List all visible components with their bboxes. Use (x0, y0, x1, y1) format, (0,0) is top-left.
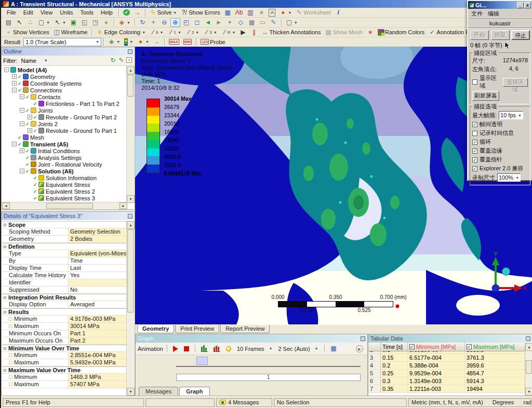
tree-item[interactable]: ✓Equivalent Stress 3 (2, 195, 119, 201)
result-chart-icon[interactable] (200, 344, 209, 353)
capture-option[interactable]: ✓覆盖边缘 (472, 147, 528, 155)
details-row-value[interactable]: Equivalent (von-Mises) Stress (69, 250, 127, 257)
zoom-out-icon[interactable]: ⊖ (159, 18, 169, 27)
edge-option-3-icon[interactable]: ∕3▼ (202, 28, 218, 37)
previous-view-icon[interactable]: ◄ (203, 18, 213, 27)
play-preview-icon[interactable]: ▶ (354, 344, 365, 353)
checkbox-checked[interactable]: ✓ (472, 148, 477, 154)
tree-item[interactable]: −✓Contacts (2, 93, 119, 100)
details-row[interactable]: Display TimeLast (2, 265, 127, 272)
tab-report-preview[interactable]: Report Preview (220, 325, 270, 333)
min-annotation-icon[interactable]: MIN (182, 37, 194, 46)
scroll-up-icon[interactable]: ▲ (525, 343, 532, 351)
details-row-value[interactable] (69, 279, 127, 286)
show-mesh-icon[interactable]: ▦Show Mesh (323, 28, 364, 37)
random-colors-icon[interactable]: Random Colors (376, 28, 426, 37)
expand-icon[interactable]: + (20, 148, 24, 153)
edge-option-r-icon[interactable]: ∕R▼ (220, 28, 237, 37)
tree-item[interactable]: −✓Joints 2 (2, 120, 119, 127)
filter-combobox[interactable]: Name ▼ (20, 58, 49, 64)
checkbox-checked[interactable]: ✓ (472, 166, 477, 171)
tree-item[interactable]: ✓Mesh (2, 134, 119, 141)
vector-display-icon[interactable]: → (152, 37, 162, 46)
capture-option[interactable]: ✓循环 (472, 138, 528, 146)
tree-item[interactable]: +✓Revolute - Ground To Part 1 (2, 127, 119, 134)
info-cursor-icon[interactable]: i (334, 8, 343, 17)
select-region-button[interactable]: 选择区域 (503, 78, 528, 87)
vector-plot-icon[interactable]: ∗ (256, 8, 266, 17)
checkbox-checked[interactable]: ✓ (472, 122, 477, 127)
table-row[interactable]: 50.259.9529e-0044854.7 (368, 370, 532, 377)
refresh-screen-button[interactable]: 刷新屏幕 (472, 91, 499, 101)
tree-item[interactable]: −✓Connections (2, 87, 119, 93)
tree-item[interactable]: −✓Joints (2, 107, 119, 114)
table-row[interactable]: 30.156.5177e-0043761.3 (368, 354, 532, 362)
tree-item[interactable]: +✓Geometry (2, 73, 119, 80)
menu-tools[interactable]: Tools (76, 9, 97, 16)
update-contours-icon[interactable] (224, 344, 233, 353)
look-at-icon[interactable]: ◇ (236, 18, 246, 27)
export-video-icon[interactable]: ▦ (329, 344, 339, 353)
checkbox[interactable] (472, 131, 477, 136)
tree-item[interactable]: ✓Solution Information (2, 174, 119, 181)
start-button[interactable]: 开始 (470, 30, 489, 40)
zoom-fit-icon[interactable]: ◻ (192, 18, 202, 27)
menu-file[interactable]: File (3, 9, 20, 16)
scroll-down-icon[interactable]: ▼ (127, 195, 135, 203)
scrollbar-thumb[interactable] (127, 75, 134, 97)
expand-icon[interactable]: + (12, 74, 17, 79)
scrollbar-thumb[interactable] (127, 229, 134, 312)
collapse-icon[interactable]: − (20, 121, 24, 126)
details-row[interactable]: SuppressedNo (2, 287, 127, 294)
menu-edit[interactable]: Edit (20, 9, 37, 16)
edge-option-2-icon[interactable]: ∕2▼ (184, 28, 201, 37)
details-row-value[interactable]: 2 Bodies (69, 236, 127, 242)
chart-icon[interactable]: ▥ (245, 8, 255, 17)
explode-view-icon[interactable]: ▶ (238, 28, 248, 37)
wand-tag-icon[interactable]: ✎ (269, 18, 278, 27)
minimize-button[interactable]: _ (517, 2, 524, 8)
select-bodies-icon[interactable]: ◳ (90, 18, 100, 27)
details-row-value[interactable]: 1469.3 MPa (69, 374, 127, 380)
ruler-tag-icon[interactable]: ▭ (258, 18, 268, 27)
collapse-icon[interactable]: − (20, 108, 24, 113)
details-row-value[interactable]: Averaged (69, 301, 127, 308)
stop-button[interactable]: 停止 (511, 30, 530, 40)
probe-icon[interactable]: 123Probe (199, 37, 227, 46)
details-row[interactable]: ByTime (2, 257, 127, 265)
max-annotation-icon[interactable]: MAX (167, 37, 181, 46)
scrollbar-thumb[interactable] (526, 360, 532, 374)
stop-button[interactable] (182, 344, 191, 353)
details-row[interactable]: Maximum5.9492e-003 MPa (2, 359, 127, 366)
tree-item[interactable]: +✓Coordinate Systems (2, 80, 119, 87)
details-row-value[interactable]: 2.8551e-004 MPa (69, 352, 127, 359)
details-row[interactable]: Maximum Occurs OnPart 2 (2, 337, 127, 345)
contour-bands-icon[interactable]: ▼ (123, 37, 135, 46)
fps-combobox[interactable]: 10 fps▼ (499, 111, 523, 119)
tree-item[interactable]: ✓Equivalent Stress 2 (2, 188, 119, 195)
pin-icon[interactable] (361, 336, 365, 341)
tab-print-preview[interactable]: Print Preview (175, 325, 219, 333)
collapse-icon[interactable]: ⊟ (2, 243, 7, 250)
tree-item[interactable]: ✓Analysis Settings (2, 154, 119, 161)
tree-item[interactable]: ✓Joint - Rotational Velocity (2, 161, 119, 168)
tree-item[interactable]: −Model (A4) (2, 66, 119, 73)
collapse-icon[interactable]: ⊟ (2, 345, 7, 351)
scroll-left-icon[interactable]: ◄ (2, 202, 10, 209)
show-errors-button[interactable]: ?/Show Errors (179, 8, 222, 17)
details-row-value[interactable]: Last (69, 265, 127, 271)
pin-icon[interactable] (526, 336, 530, 341)
column-header-index[interactable] (368, 343, 381, 351)
collapse-icon[interactable]: − (20, 169, 24, 173)
select-cursor-icon[interactable]: ↖ (15, 18, 24, 27)
column-header-Maximum [MPa][interactable]: ✓Maximum [MPa] (465, 343, 532, 351)
frames-combobox[interactable]: 10 Frames ▼ (235, 344, 275, 353)
tree-item[interactable]: −✓Solution (A6) (2, 168, 119, 174)
edge-coloring-icon[interactable]: ≡Edge Coloring▼ (95, 28, 147, 37)
tree-item[interactable]: ✓Frictionless - Part 1 To Part 2 (2, 100, 119, 107)
duration-combobox[interactable]: 2 Sec (Auto) ▼ (276, 344, 320, 353)
wireframe-icon[interactable]: ◫Wireframe (52, 28, 89, 37)
outline-vertical-scrollbar[interactable]: ▲ ▼ (126, 66, 134, 203)
orientation-triad[interactable]: Y X (483, 252, 527, 300)
column-checkbox[interactable]: ✓ (409, 344, 415, 349)
